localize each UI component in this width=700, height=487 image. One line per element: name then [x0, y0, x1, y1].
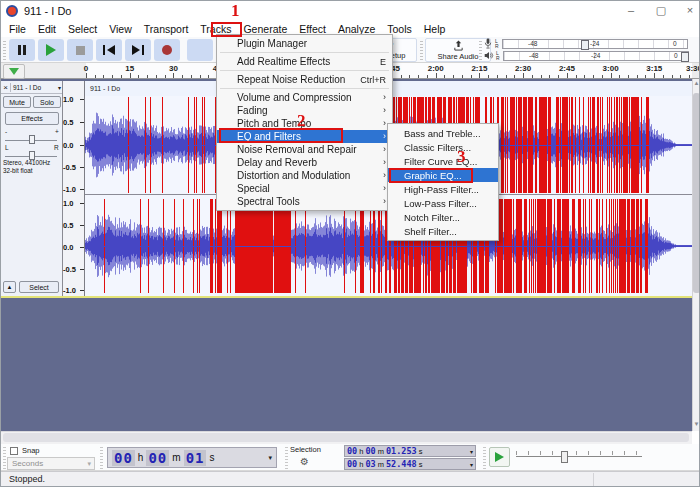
submenu-arrow-icon: ›	[383, 171, 386, 180]
annotation-box-graphic-eq	[389, 168, 473, 183]
timeline-options-button[interactable]	[3, 64, 25, 79]
loop-button[interactable]	[187, 39, 213, 61]
annotation-box-eq-and-filters	[219, 128, 343, 143]
skip-to-end-button[interactable]	[125, 39, 151, 61]
menu-view[interactable]: View	[103, 22, 138, 36]
submenu-item-low-pass-filter[interactable]: Low-Pass Filter...	[388, 196, 498, 210]
position-seconds[interactable]: 01	[184, 450, 207, 466]
playback-meter[interactable]: L R -48 -24 0	[484, 50, 689, 61]
menu-item-noise-removal-and-repair[interactable]: Noise Removal and Repair›	[217, 143, 392, 156]
track-name[interactable]: 911 - I Do	[13, 84, 41, 91]
meter-scale-0: 0	[674, 52, 678, 59]
record-icon	[162, 45, 172, 55]
audio-position-display[interactable]: 00 h 00 m 01 s ▾	[107, 447, 277, 468]
toolbar-grip[interactable]	[3, 39, 6, 60]
play-at-speed-button[interactable]	[489, 447, 510, 467]
submenu-item-notch-filter[interactable]: Notch Filter...	[388, 210, 498, 224]
selection-label: Selection	[290, 445, 321, 454]
annotation-step-1: 1	[231, 1, 240, 21]
share-audio-label: Share Audio	[438, 52, 479, 61]
pause-button[interactable]	[9, 39, 35, 61]
horizontal-scrollbar-thumb[interactable]	[3, 433, 689, 442]
share-upload-icon	[453, 40, 464, 51]
skip-end-icon	[132, 45, 140, 55]
playback-level-slider[interactable]	[681, 52, 689, 62]
scroll-down-icon[interactable]: ▼	[693, 421, 700, 427]
menu-select[interactable]: Select	[62, 22, 103, 36]
status-bar	[1, 471, 700, 487]
gain-minus-label: -	[5, 128, 7, 135]
menu-item-volume-and-compression[interactable]: Volume and Compression›	[217, 91, 392, 104]
speed-slider-track[interactable]	[516, 456, 642, 457]
meter-scale-48: -48	[528, 40, 537, 47]
ruler-label: 30	[169, 64, 178, 73]
menu-item-delay-and-reverb[interactable]: Delay and Reverb›	[217, 156, 392, 169]
minimize-button[interactable]: –	[623, 3, 639, 18]
menu-item-add-realtime-effects[interactable]: Add Realtime EffectsE	[217, 55, 392, 68]
menu-help[interactable]: Help	[418, 22, 452, 36]
collapse-track-button[interactable]: ▲	[3, 281, 16, 293]
submenu-item-filter-curve-eq[interactable]: Filter Curve EQ...	[388, 154, 498, 168]
audacity-window: 911 - I Do – ▢ × File Edit Select View T…	[0, 0, 700, 487]
submenu-arrow-icon: ›	[383, 197, 386, 206]
submenu-arrow-icon: ›	[383, 158, 386, 167]
menu-file[interactable]: File	[3, 22, 32, 36]
submenu-item-shelf-filter[interactable]: Shelf Filter...	[388, 224, 498, 238]
ruler-label: 3:30	[686, 64, 700, 73]
stop-button[interactable]	[67, 39, 93, 61]
position-minutes[interactable]: 00	[146, 450, 169, 466]
position-hours[interactable]: 00	[112, 450, 135, 466]
menu-item-special[interactable]: Special›	[217, 182, 392, 195]
toolbar-grip[interactable]	[420, 39, 423, 60]
toolbar-grip[interactable]	[285, 446, 288, 469]
track-menu-caret-icon[interactable]: ▾	[58, 84, 61, 91]
vertical-scrollbar-thumb[interactable]	[693, 93, 700, 293]
menu-item-spectral-tools[interactable]: Spectral Tools›	[217, 195, 392, 208]
toolbar-grip[interactable]	[3, 446, 6, 469]
menu-item-repeat-noise-reduction[interactable]: Repeat Noise ReductionCtrl+R	[217, 73, 392, 86]
close-button[interactable]: ×	[682, 3, 698, 18]
toolbar-grip[interactable]	[483, 446, 486, 469]
menu-item-plugin-manager[interactable]: Plugin Manager	[217, 37, 392, 50]
submenu-item-bass-and-treble[interactable]: Bass and Treble...	[388, 126, 498, 140]
speed-slider-thumb[interactable]	[561, 451, 568, 463]
recording-level-slider[interactable]	[581, 40, 589, 50]
submenu-item-classic-filters[interactable]: Classic Filters...	[388, 140, 498, 154]
menu-transport[interactable]: Transport	[138, 22, 195, 36]
scroll-up-icon[interactable]: ▲	[693, 80, 700, 86]
submenu-arrow-icon: ›	[383, 106, 386, 115]
meter-scale-48: -48	[529, 52, 538, 59]
track-control-panel: × 911 - I Do ▾ Mute Solo Effects - + L R…	[1, 81, 63, 296]
seconds-unit: s	[206, 452, 217, 463]
meter-right-label: R	[495, 44, 500, 49]
track-format-info: Stereo, 44100Hz 32-bit float	[3, 159, 50, 175]
gain-slider-thumb[interactable]	[29, 135, 35, 144]
toolbar-grip[interactable]	[100, 446, 103, 469]
snap-checkbox[interactable]	[10, 447, 18, 455]
gain-plus-label: +	[55, 128, 59, 135]
play-icon	[495, 452, 504, 462]
skip-to-start-button[interactable]	[96, 39, 122, 61]
solo-button[interactable]: Solo	[33, 96, 61, 108]
gear-icon[interactable]: ⚙	[300, 456, 309, 467]
snap-unit-select[interactable]: Seconds ▾	[7, 457, 95, 470]
submenu-arrow-icon: ›	[383, 132, 386, 141]
caret-down-icon: ▾	[470, 461, 473, 468]
recording-meter[interactable]: L R -48 -24 0	[484, 38, 688, 49]
track-select-button[interactable]: Select	[19, 281, 59, 293]
play-button[interactable]	[38, 39, 64, 61]
menu-item-distortion-and-modulation[interactable]: Distortion and Modulation›	[217, 169, 392, 182]
menu-edit[interactable]: Edit	[32, 22, 62, 36]
caret-down-icon[interactable]: ▾	[268, 454, 272, 462]
selection-end-field[interactable]: 00h 03m 52.448s ▾	[344, 458, 476, 470]
maximize-button[interactable]: ▢	[653, 3, 669, 18]
ruler-label: 3:15	[646, 64, 662, 73]
track-close-icon[interactable]: ×	[1, 83, 11, 92]
submenu-item-high-pass-filter[interactable]: High-Pass Filter...	[388, 182, 498, 196]
record-button[interactable]	[154, 39, 180, 61]
toolbar-grip[interactable]	[479, 39, 482, 60]
mute-button[interactable]: Mute	[3, 96, 31, 108]
selection-start-field[interactable]: 00h 00m 01.253s ▾	[344, 445, 476, 457]
submenu-arrow-icon: ›	[383, 145, 386, 154]
effects-button[interactable]: Effects	[5, 112, 59, 125]
